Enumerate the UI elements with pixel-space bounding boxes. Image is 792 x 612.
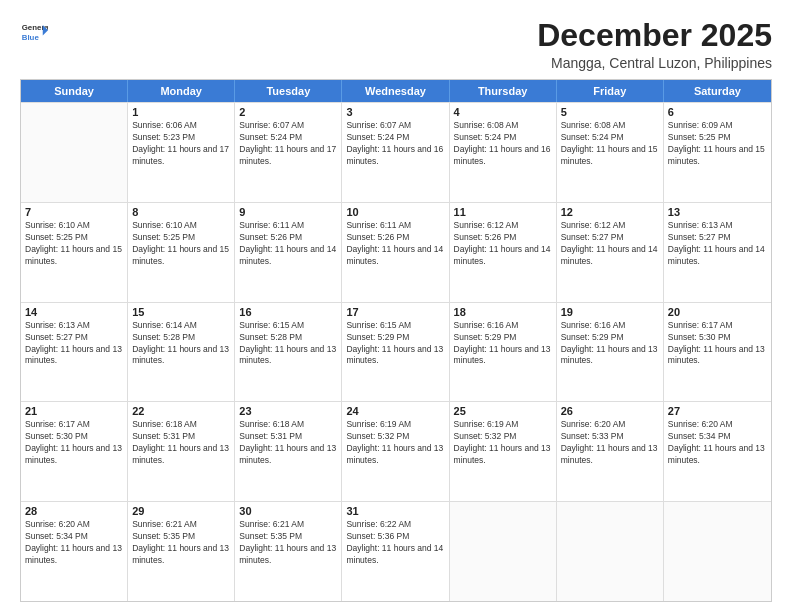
calendar-cell: 10Sunrise: 6:11 AMSunset: 5:26 PMDayligh… [342, 203, 449, 302]
day-number: 8 [132, 206, 230, 218]
calendar-row: 14Sunrise: 6:13 AMSunset: 5:27 PMDayligh… [21, 302, 771, 402]
day-info: Sunrise: 6:07 AMSunset: 5:24 PMDaylight:… [346, 120, 444, 168]
calendar-cell: 16Sunrise: 6:15 AMSunset: 5:28 PMDayligh… [235, 303, 342, 402]
calendar-cell: 26Sunrise: 6:20 AMSunset: 5:33 PMDayligh… [557, 402, 664, 501]
calendar-cell: 31Sunrise: 6:22 AMSunset: 5:36 PMDayligh… [342, 502, 449, 601]
title-block: December 2025 Mangga, Central Luzon, Phi… [537, 18, 772, 71]
day-number: 7 [25, 206, 123, 218]
weekday-header: Tuesday [235, 80, 342, 102]
month-title: December 2025 [537, 18, 772, 53]
header: General Blue December 2025 Mangga, Centr… [20, 18, 772, 71]
day-number: 12 [561, 206, 659, 218]
day-info: Sunrise: 6:08 AMSunset: 5:24 PMDaylight:… [561, 120, 659, 168]
calendar-cell [21, 103, 128, 202]
day-number: 11 [454, 206, 552, 218]
calendar-cell: 6Sunrise: 6:09 AMSunset: 5:25 PMDaylight… [664, 103, 771, 202]
day-number: 27 [668, 405, 767, 417]
calendar-cell: 1Sunrise: 6:06 AMSunset: 5:23 PMDaylight… [128, 103, 235, 202]
day-number: 26 [561, 405, 659, 417]
day-info: Sunrise: 6:15 AMSunset: 5:28 PMDaylight:… [239, 320, 337, 368]
calendar-cell: 29Sunrise: 6:21 AMSunset: 5:35 PMDayligh… [128, 502, 235, 601]
day-number: 15 [132, 306, 230, 318]
day-info: Sunrise: 6:21 AMSunset: 5:35 PMDaylight:… [239, 519, 337, 567]
day-number: 19 [561, 306, 659, 318]
calendar-cell: 22Sunrise: 6:18 AMSunset: 5:31 PMDayligh… [128, 402, 235, 501]
day-number: 17 [346, 306, 444, 318]
day-number: 20 [668, 306, 767, 318]
calendar-cell: 25Sunrise: 6:19 AMSunset: 5:32 PMDayligh… [450, 402, 557, 501]
day-info: Sunrise: 6:13 AMSunset: 5:27 PMDaylight:… [25, 320, 123, 368]
day-number: 14 [25, 306, 123, 318]
weekday-header: Thursday [450, 80, 557, 102]
day-number: 10 [346, 206, 444, 218]
day-info: Sunrise: 6:11 AMSunset: 5:26 PMDaylight:… [346, 220, 444, 268]
calendar-cell: 14Sunrise: 6:13 AMSunset: 5:27 PMDayligh… [21, 303, 128, 402]
day-info: Sunrise: 6:20 AMSunset: 5:34 PMDaylight:… [25, 519, 123, 567]
calendar-cell: 30Sunrise: 6:21 AMSunset: 5:35 PMDayligh… [235, 502, 342, 601]
day-info: Sunrise: 6:12 AMSunset: 5:27 PMDaylight:… [561, 220, 659, 268]
calendar-body: 1Sunrise: 6:06 AMSunset: 5:23 PMDaylight… [21, 102, 771, 601]
calendar-cell: 23Sunrise: 6:18 AMSunset: 5:31 PMDayligh… [235, 402, 342, 501]
day-info: Sunrise: 6:20 AMSunset: 5:33 PMDaylight:… [561, 419, 659, 467]
calendar-row: 7Sunrise: 6:10 AMSunset: 5:25 PMDaylight… [21, 202, 771, 302]
day-info: Sunrise: 6:10 AMSunset: 5:25 PMDaylight:… [25, 220, 123, 268]
day-info: Sunrise: 6:22 AMSunset: 5:36 PMDaylight:… [346, 519, 444, 567]
weekday-header: Saturday [664, 80, 771, 102]
calendar-cell: 9Sunrise: 6:11 AMSunset: 5:26 PMDaylight… [235, 203, 342, 302]
calendar-cell: 4Sunrise: 6:08 AMSunset: 5:24 PMDaylight… [450, 103, 557, 202]
day-number: 9 [239, 206, 337, 218]
day-info: Sunrise: 6:06 AMSunset: 5:23 PMDaylight:… [132, 120, 230, 168]
day-info: Sunrise: 6:16 AMSunset: 5:29 PMDaylight:… [561, 320, 659, 368]
day-number: 22 [132, 405, 230, 417]
logo: General Blue [20, 18, 48, 46]
page: General Blue December 2025 Mangga, Centr… [0, 0, 792, 612]
calendar-cell: 27Sunrise: 6:20 AMSunset: 5:34 PMDayligh… [664, 402, 771, 501]
calendar-cell: 3Sunrise: 6:07 AMSunset: 5:24 PMDaylight… [342, 103, 449, 202]
day-info: Sunrise: 6:10 AMSunset: 5:25 PMDaylight:… [132, 220, 230, 268]
weekday-header: Sunday [21, 80, 128, 102]
day-number: 30 [239, 505, 337, 517]
weekday-header: Wednesday [342, 80, 449, 102]
calendar-cell: 19Sunrise: 6:16 AMSunset: 5:29 PMDayligh… [557, 303, 664, 402]
calendar-cell: 17Sunrise: 6:15 AMSunset: 5:29 PMDayligh… [342, 303, 449, 402]
svg-text:Blue: Blue [22, 33, 40, 42]
location: Mangga, Central Luzon, Philippines [537, 55, 772, 71]
calendar-cell: 7Sunrise: 6:10 AMSunset: 5:25 PMDaylight… [21, 203, 128, 302]
calendar-cell [450, 502, 557, 601]
weekday-header: Friday [557, 80, 664, 102]
calendar-cell: 15Sunrise: 6:14 AMSunset: 5:28 PMDayligh… [128, 303, 235, 402]
day-number: 16 [239, 306, 337, 318]
day-number: 2 [239, 106, 337, 118]
calendar: SundayMondayTuesdayWednesdayThursdayFrid… [20, 79, 772, 602]
day-info: Sunrise: 6:11 AMSunset: 5:26 PMDaylight:… [239, 220, 337, 268]
day-info: Sunrise: 6:20 AMSunset: 5:34 PMDaylight:… [668, 419, 767, 467]
calendar-cell: 13Sunrise: 6:13 AMSunset: 5:27 PMDayligh… [664, 203, 771, 302]
day-info: Sunrise: 6:17 AMSunset: 5:30 PMDaylight:… [25, 419, 123, 467]
calendar-cell: 12Sunrise: 6:12 AMSunset: 5:27 PMDayligh… [557, 203, 664, 302]
calendar-row: 1Sunrise: 6:06 AMSunset: 5:23 PMDaylight… [21, 102, 771, 202]
calendar-cell: 24Sunrise: 6:19 AMSunset: 5:32 PMDayligh… [342, 402, 449, 501]
day-number: 25 [454, 405, 552, 417]
day-info: Sunrise: 6:19 AMSunset: 5:32 PMDaylight:… [346, 419, 444, 467]
day-info: Sunrise: 6:21 AMSunset: 5:35 PMDaylight:… [132, 519, 230, 567]
day-info: Sunrise: 6:15 AMSunset: 5:29 PMDaylight:… [346, 320, 444, 368]
calendar-row: 21Sunrise: 6:17 AMSunset: 5:30 PMDayligh… [21, 401, 771, 501]
day-number: 29 [132, 505, 230, 517]
day-info: Sunrise: 6:13 AMSunset: 5:27 PMDaylight:… [668, 220, 767, 268]
calendar-cell: 18Sunrise: 6:16 AMSunset: 5:29 PMDayligh… [450, 303, 557, 402]
calendar-cell: 11Sunrise: 6:12 AMSunset: 5:26 PMDayligh… [450, 203, 557, 302]
day-info: Sunrise: 6:18 AMSunset: 5:31 PMDaylight:… [239, 419, 337, 467]
day-number: 1 [132, 106, 230, 118]
calendar-cell [664, 502, 771, 601]
day-number: 31 [346, 505, 444, 517]
calendar-cell: 21Sunrise: 6:17 AMSunset: 5:30 PMDayligh… [21, 402, 128, 501]
calendar-cell: 5Sunrise: 6:08 AMSunset: 5:24 PMDaylight… [557, 103, 664, 202]
day-info: Sunrise: 6:16 AMSunset: 5:29 PMDaylight:… [454, 320, 552, 368]
day-number: 18 [454, 306, 552, 318]
day-number: 5 [561, 106, 659, 118]
day-number: 28 [25, 505, 123, 517]
day-number: 24 [346, 405, 444, 417]
calendar-cell: 2Sunrise: 6:07 AMSunset: 5:24 PMDaylight… [235, 103, 342, 202]
day-info: Sunrise: 6:17 AMSunset: 5:30 PMDaylight:… [668, 320, 767, 368]
day-info: Sunrise: 6:07 AMSunset: 5:24 PMDaylight:… [239, 120, 337, 168]
